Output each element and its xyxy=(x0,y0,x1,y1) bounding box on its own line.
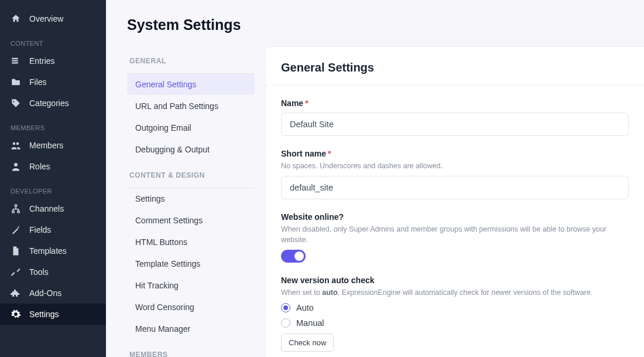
page-title: System Settings xyxy=(106,0,644,46)
sidebar-item-label: Templates xyxy=(29,246,67,256)
subnav-section-members: MEMBERS xyxy=(127,340,255,357)
subnav-item-menu-manager[interactable]: Menu Manager xyxy=(127,318,255,339)
sidebar-section-members: MEMBERS xyxy=(0,114,106,135)
tag-icon xyxy=(11,98,21,108)
radio-manual[interactable]: Manual xyxy=(281,318,629,328)
sidebar-item-entries[interactable]: Entries xyxy=(0,50,106,72)
list-icon xyxy=(11,56,21,66)
sidebar-item-roles[interactable]: Roles xyxy=(0,156,106,177)
tools-icon xyxy=(11,267,21,277)
sidebar-item-tools[interactable]: Tools xyxy=(0,261,106,283)
sidebar-section-content: CONTENT xyxy=(0,29,106,50)
required-indicator: * xyxy=(305,98,308,108)
sidebar-item-label: Channels xyxy=(29,204,64,213)
subnav-section-content-design: CONTENT & DESIGN xyxy=(127,161,255,184)
subnav-item-html-buttons[interactable]: HTML Buttons xyxy=(127,232,255,253)
sidebar-item-label: Roles xyxy=(29,162,50,171)
field-website-online: Website online? When disabled, only Supe… xyxy=(281,212,629,263)
primary-sidebar: Overview CONTENT Entries Files Categorie… xyxy=(0,0,106,357)
panel-title: General Settings xyxy=(266,47,644,85)
subnav-section-general: GENERAL xyxy=(127,46,255,70)
subnav-item-word-censoring[interactable]: Word Censoring xyxy=(127,297,255,318)
radio-indicator xyxy=(281,318,290,328)
field-label-text: Short name xyxy=(281,149,326,158)
field-short-name: Short name* No spaces. Underscores and d… xyxy=(281,149,629,199)
field-name: Name* xyxy=(281,98,629,136)
field-help: No spaces. Underscores and dashes are al… xyxy=(281,161,629,171)
sitemap-icon xyxy=(11,203,21,214)
settings-panel: General Settings Name* Short name* No sp… xyxy=(265,46,644,357)
home-icon xyxy=(11,13,21,24)
short-name-input[interactable] xyxy=(281,176,629,199)
subnav-item-comment-settings[interactable]: Comment Settings xyxy=(127,210,255,231)
radio-auto[interactable]: Auto xyxy=(281,303,629,312)
subnav-item-general-settings[interactable]: General Settings xyxy=(127,74,255,95)
required-indicator: * xyxy=(328,149,331,158)
radio-label: Auto xyxy=(296,303,314,312)
field-help: When set to auto, ExpressionEngine will … xyxy=(281,287,629,298)
sidebar-item-channels[interactable]: Channels xyxy=(0,198,106,219)
field-label-text: New version auto check xyxy=(281,276,629,285)
sidebar-item-label: Settings xyxy=(29,310,59,319)
sidebar-item-files[interactable]: Files xyxy=(0,72,106,93)
users-icon xyxy=(11,140,21,151)
sidebar-item-addons[interactable]: Add-Ons xyxy=(0,283,106,304)
name-input[interactable] xyxy=(281,113,629,136)
folder-icon xyxy=(11,77,21,87)
field-label-text: Name xyxy=(281,98,303,108)
subnav-item-settings[interactable]: Settings xyxy=(127,188,255,209)
field-version-check: New version auto check When set to auto,… xyxy=(281,276,629,351)
sidebar-item-label: Fields xyxy=(29,225,51,234)
sidebar-item-settings[interactable]: Settings xyxy=(0,304,106,325)
radio-label: Manual xyxy=(296,318,324,328)
subnav-item-hit-tracking[interactable]: Hit Tracking xyxy=(127,275,255,296)
subnav-item-debugging[interactable]: Debugging & Output xyxy=(127,139,255,160)
gear-icon xyxy=(11,309,21,319)
file-icon xyxy=(11,246,21,256)
toggle-knob xyxy=(294,251,304,261)
sidebar-item-label: Overview xyxy=(29,14,63,23)
sidebar-item-label: Categories xyxy=(29,98,69,108)
sidebar-item-members[interactable]: Members xyxy=(0,135,106,156)
subnav-item-outgoing-email[interactable]: Outgoing Email xyxy=(127,117,255,138)
sidebar-item-overview[interactable]: Overview xyxy=(0,8,106,29)
sidebar-item-label: Members xyxy=(29,141,63,150)
sidebar-item-label: Tools xyxy=(29,267,49,277)
sidebar-item-label: Files xyxy=(29,77,47,87)
sidebar-section-developer: DEVELOPER xyxy=(0,177,106,198)
check-now-button[interactable]: Check now xyxy=(281,334,334,352)
field-help: When disabled, only Super Admins and mem… xyxy=(281,224,629,245)
website-online-toggle[interactable] xyxy=(281,250,306,263)
sidebar-item-label: Entries xyxy=(29,56,55,66)
subnav-item-url-path[interactable]: URL and Path Settings xyxy=(127,96,255,117)
sidebar-item-categories[interactable]: Categories xyxy=(0,93,106,114)
sidebar-item-templates[interactable]: Templates xyxy=(0,240,106,261)
user-icon xyxy=(11,161,21,172)
sidebar-item-label: Add-Ons xyxy=(29,288,61,298)
wand-icon xyxy=(11,225,21,235)
subnav-item-template-settings[interactable]: Template Settings xyxy=(127,253,255,274)
settings-subnav: GENERAL General Settings URL and Path Se… xyxy=(106,46,265,357)
radio-indicator xyxy=(281,303,290,312)
field-label-text: Website online? xyxy=(281,212,629,222)
puzzle-icon xyxy=(11,288,21,298)
sidebar-item-fields[interactable]: Fields xyxy=(0,219,106,240)
